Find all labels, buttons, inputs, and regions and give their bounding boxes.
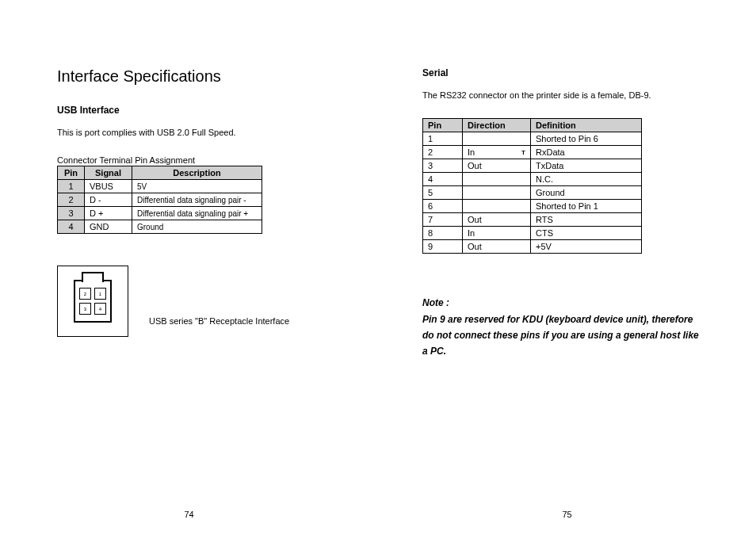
table-row: 5 Ground: [423, 186, 642, 200]
table-row: 1 Shorted to Pin 6: [423, 132, 642, 146]
cell-pin: 2: [58, 193, 85, 207]
usb-subheading: USB Interface: [57, 105, 334, 116]
table-row: 4 N.C.: [423, 173, 642, 186]
usb-shell-icon: 2 1 3 4: [74, 280, 112, 323]
cell-pin: 8: [423, 227, 463, 240]
serial-body-text: The RS232 connector on the printer side …: [422, 90, 699, 101]
cell-def: CTS: [531, 227, 642, 240]
page-number-left: 74: [0, 510, 378, 519]
table-row: 6 Shorted to Pin 1: [423, 200, 642, 213]
th-direction: Direction: [463, 119, 531, 132]
serial-table: Pin Direction Definition 1 Shorted to Pi…: [422, 118, 642, 254]
cell-desc: 5V: [132, 180, 262, 193]
dir-text: In: [468, 147, 475, 157]
cell-def: N.C.: [531, 173, 642, 186]
note-block: Note : Pin 9 are reserved for KDU (keybo…: [422, 295, 699, 360]
note-label: Note :: [422, 295, 699, 311]
th-description: Description: [132, 166, 262, 180]
cell-dir: Out: [463, 240, 531, 254]
page-spread: Interface Specifications USB Interface T…: [0, 0, 756, 535]
cell-pin: 7: [423, 213, 463, 227]
cell-pin: 4: [423, 173, 463, 186]
table-row: 3 D + Differential data signaling pair +: [58, 207, 262, 220]
cell-def: +5V: [531, 240, 642, 254]
page-right: Serial The RS232 connector on the printe…: [378, 0, 756, 535]
main-heading: Interface Specifications: [57, 67, 334, 86]
cell-pin: 3: [58, 207, 85, 220]
cell-pin: 4: [58, 220, 85, 234]
cell-signal: GND: [85, 220, 132, 234]
t-mark: T: [521, 149, 525, 156]
cell-signal: D +: [85, 207, 132, 220]
table-row: 7 Out RTS: [423, 213, 642, 227]
cell-pin: 9: [423, 240, 463, 254]
cell-signal: VBUS: [85, 180, 132, 193]
cell-pin: 1: [58, 180, 85, 193]
table-row: 4 GND Ground: [58, 220, 262, 234]
cell-def: RxData: [531, 146, 642, 159]
cell-dir: [463, 186, 531, 200]
page-left: Interface Specifications USB Interface T…: [0, 0, 378, 535]
cell-desc: Ground: [132, 220, 262, 234]
cell-pin: 1: [423, 132, 463, 146]
usb-table-caption: Connector Terminal Pin Assignment: [57, 155, 334, 165]
page-number-right: 75: [378, 510, 756, 519]
usb-pin-label: 1: [94, 288, 106, 300]
usb-table: Pin Signal Description 1 VBUS 5V 2 D - D…: [57, 166, 262, 234]
usb-pin-label: 2: [79, 288, 91, 300]
th-pin: Pin: [58, 166, 85, 180]
cell-def: Ground: [531, 186, 642, 200]
table-row: 8 In CTS: [423, 227, 642, 240]
cell-def: Shorted to Pin 1: [531, 200, 642, 213]
cell-dir: [463, 200, 531, 213]
cell-pin: 6: [423, 200, 463, 213]
table-row: 2 D - Differential data signaling pair -: [58, 193, 262, 207]
table-header-row: Pin Signal Description: [58, 166, 262, 180]
usb-figure-caption: USB series "B" Receptacle Interface: [149, 316, 289, 337]
usb-pin-label: 4: [94, 303, 106, 315]
note-body: Pin 9 are reserved for KDU (keyboard dev…: [422, 311, 699, 360]
usb-b-receptacle-icon: 2 1 3 4: [57, 266, 128, 337]
th-signal: Signal: [85, 166, 132, 180]
cell-pin: 5: [423, 186, 463, 200]
th-pin: Pin: [423, 119, 463, 132]
table-row: 3 Out TxData: [423, 159, 642, 173]
usb-body-text: This is port complies with USB 2.0 Full …: [57, 127, 334, 138]
cell-dir: Out: [463, 213, 531, 227]
cell-dir: Out: [463, 159, 531, 173]
cell-signal: D -: [85, 193, 132, 207]
cell-pin: 2: [423, 146, 463, 159]
table-row: 1 VBUS 5V: [58, 180, 262, 193]
cell-dir: In: [463, 227, 531, 240]
cell-desc: Differential data signaling pair -: [132, 193, 262, 207]
cell-def: RTS: [531, 213, 642, 227]
table-header-row: Pin Direction Definition: [423, 119, 642, 132]
cell-pin: 3: [423, 159, 463, 173]
cell-dir: [463, 173, 531, 186]
table-row: 2 InT RxData: [423, 146, 642, 159]
cell-def: TxData: [531, 159, 642, 173]
cell-dir: InT: [463, 146, 531, 159]
usb-figure-row: 2 1 3 4 USB series "B" Receptacle Interf…: [57, 266, 334, 337]
table-row: 9 Out +5V: [423, 240, 642, 254]
cell-def: Shorted to Pin 6: [531, 132, 642, 146]
cell-dir: [463, 132, 531, 146]
cell-desc: Differential data signaling pair +: [132, 207, 262, 220]
usb-pin-label: 3: [79, 303, 91, 315]
serial-subheading: Serial: [422, 67, 699, 78]
th-definition: Definition: [531, 119, 642, 132]
